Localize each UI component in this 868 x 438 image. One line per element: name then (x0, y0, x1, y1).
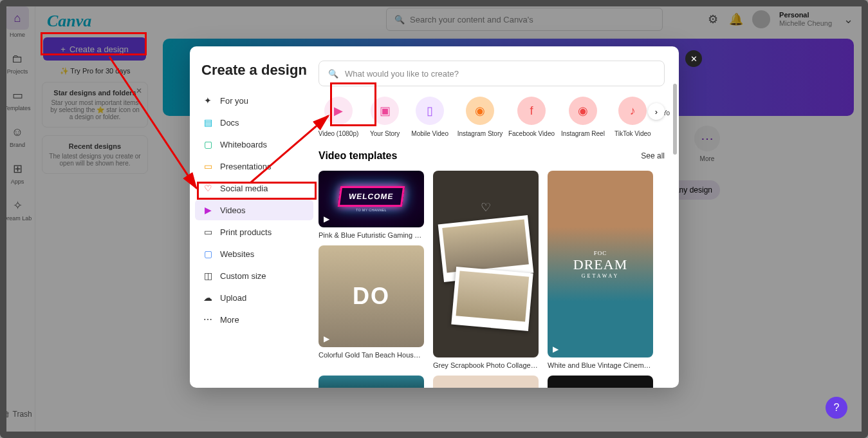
template-card[interactable]: FOC DREAM GETAWAY ▶ White and Blue Vinta… (548, 171, 653, 369)
category-label: Upload (220, 293, 246, 303)
template-title: Colorful Gold Tan Beach House R... (319, 351, 424, 359)
scroll-right-button[interactable]: › (648, 103, 665, 120)
type-label: Video (1080p) (319, 130, 358, 137)
template-thumb-partial[interactable] (433, 376, 539, 388)
modal-scrollbar[interactable] (673, 84, 677, 155)
category-item-websites[interactable]: ▢Websites (195, 243, 313, 264)
template-thumb: DO ▶ (319, 245, 424, 347)
thumb-text: FOC (594, 250, 607, 256)
type-icon: f (517, 97, 546, 125)
modal-content: 🔍 What would you like to create? ▶Video … (319, 46, 679, 388)
category-label: Docs (220, 118, 239, 128)
template-card[interactable]: DO ▶ Colorful Gold Tan Beach House R... (319, 245, 424, 359)
create-design-modal: Create a design ✦For you▤Docs▢Whiteboard… (190, 46, 679, 388)
template-title: Pink & Blue Futuristic Gaming Ch... (319, 231, 424, 239)
category-label: For you (220, 96, 248, 106)
help-button[interactable]: ? (826, 397, 847, 419)
template-thumb: WELCOME TO MY CHANNEL ▶ (319, 171, 424, 227)
category-label: Whiteboards (220, 140, 267, 149)
type-label: Mobile Video (411, 130, 448, 137)
see-all-link[interactable]: See all (641, 151, 665, 160)
modal-search-input[interactable]: 🔍 What would you like to create? (319, 61, 665, 86)
category-label: Social media (220, 184, 268, 193)
play-icon: ▶ (324, 214, 329, 224)
category-item-upload[interactable]: ☁Upload (195, 287, 313, 308)
template-thumb-partial[interactable] (548, 376, 653, 388)
category-item-more[interactable]: ⋯More (195, 309, 313, 330)
type-icon: ♪ (618, 97, 647, 125)
type-label: TikTok Video (614, 130, 651, 137)
category-icon: ☁ (203, 292, 213, 303)
type-icon: ◉ (466, 97, 494, 125)
design-type-video-1080p-[interactable]: ▶Video (1080p) (319, 97, 358, 137)
type-label: Instagram Reel (561, 130, 605, 137)
category-label: Websites (220, 249, 254, 259)
modal-close-button[interactable]: ✕ (685, 50, 702, 67)
category-item-for-you[interactable]: ✦For you (195, 90, 313, 111)
design-type-instagram-reel[interactable]: ◉Instagram Reel (563, 97, 603, 137)
category-item-whiteboards[interactable]: ▢Whiteboards (195, 134, 313, 155)
category-icon: ⋯ (203, 314, 213, 325)
thumb-text: GETAWAY (582, 273, 620, 279)
category-icon: ▭ (203, 161, 213, 171)
category-item-presentations[interactable]: ▭Presentations (195, 156, 313, 176)
play-icon: ▶ (553, 345, 559, 354)
category-icon: ▶ (203, 205, 213, 215)
design-type-instagram-story[interactable]: ◉Instagram Story (460, 97, 500, 137)
design-type-your-story[interactable]: ▣Your Story (370, 97, 400, 137)
category-item-videos[interactable]: ▶Videos (195, 200, 313, 220)
category-icon: ▤ (203, 117, 213, 128)
category-item-docs[interactable]: ▤Docs (195, 112, 313, 133)
type-label: Instagram Story (457, 130, 503, 137)
type-label: Your Story (370, 130, 400, 137)
section-title: Video templates (319, 150, 397, 162)
thumb-text: WELCOME (338, 186, 405, 207)
category-label: Presentations (220, 162, 272, 171)
category-icon: ▭ (203, 227, 213, 237)
search-icon: 🔍 (328, 69, 338, 79)
category-icon: ◫ (203, 271, 213, 281)
template-thumb: ♡ (433, 171, 539, 357)
template-grid: WELCOME TO MY CHANNEL ▶ Pink & Blue Futu… (319, 171, 665, 369)
play-icon: ▶ (324, 334, 329, 343)
design-type-mobile-video[interactable]: ▯Mobile Video (411, 97, 448, 137)
template-card[interactable]: WELCOME TO MY CHANNEL ▶ Pink & Blue Futu… (319, 171, 424, 239)
design-type-tiktok-video[interactable]: ♪TikTok Video (614, 97, 651, 137)
design-type-row: ▶Video (1080p)▣Your Story▯Mobile Video◉I… (319, 97, 665, 137)
template-title: White and Blue Vintage Cinematic... (548, 361, 653, 369)
type-label: Facebook Video (508, 130, 555, 137)
thumb-text: DO (353, 283, 390, 310)
template-card[interactable]: ♡ Grey Scrapbook Photo Collage F... (433, 171, 539, 369)
category-label: More (220, 315, 239, 325)
modal-categories: Create a design ✦For you▤Docs▢Whiteboard… (190, 46, 319, 388)
type-icon: ▶ (324, 97, 353, 125)
thumb-text: DREAM (573, 256, 627, 273)
type-icon: ▯ (416, 97, 444, 125)
category-icon: ♡ (203, 183, 213, 193)
category-item-print-products[interactable]: ▭Print products (195, 222, 313, 242)
thumb-subtext: TO MY CHANNEL (339, 208, 403, 212)
category-icon: ▢ (203, 139, 213, 149)
type-icon: ▣ (371, 97, 399, 125)
template-thumb-partial[interactable] (319, 376, 424, 388)
category-item-custom-size[interactable]: ◫Custom size (195, 265, 313, 286)
category-label: Print products (220, 227, 272, 237)
type-icon: ◉ (569, 97, 597, 125)
modal-title: Create a design (195, 62, 313, 79)
category-label: Videos (220, 205, 246, 215)
search-placeholder: What would you like to create? (345, 69, 459, 79)
template-title: Grey Scrapbook Photo Collage F... (433, 361, 539, 369)
category-label: Custom size (220, 271, 266, 281)
category-item-social-media[interactable]: ♡Social media (195, 178, 313, 198)
category-icon: ✦ (203, 95, 213, 106)
category-icon: ▢ (203, 249, 213, 259)
template-thumb: FOC DREAM GETAWAY ▶ (548, 171, 653, 357)
design-type-facebook-video[interactable]: fFacebook Video (512, 97, 551, 137)
